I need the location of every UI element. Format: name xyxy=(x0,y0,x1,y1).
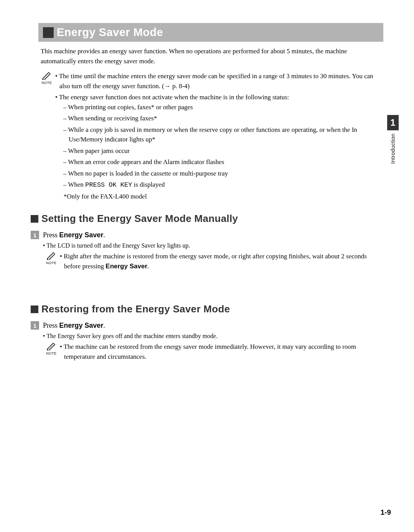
note1-footnote: *Only for the FAX-L400 model xyxy=(59,192,383,202)
note1-sub1: When printing out copies, faxes* or othe… xyxy=(59,102,383,112)
side-tab: 1 Introduction xyxy=(387,115,399,164)
section2-bullet: The Energy Saver key goes off and the ma… xyxy=(43,333,383,340)
note-content-1: The time until the machine enters the en… xyxy=(55,71,383,203)
note1-sub7: When PRESS OK KEY is displayed xyxy=(59,180,383,190)
note-label-3: NOTE xyxy=(43,351,60,355)
pencil-icon xyxy=(46,342,56,350)
intro-paragraph: This machine provides an energy saver fu… xyxy=(41,46,383,66)
note-label-2: NOTE xyxy=(43,261,60,265)
step-number-1: 1 xyxy=(31,231,39,239)
section2-step: 1 Press Energy Saver. xyxy=(31,321,383,330)
note-icon-col: NOTE xyxy=(38,71,55,85)
note1-sub2: When sending or receiving faxes* xyxy=(59,113,383,123)
title-bar-text: Energy Saver Mode xyxy=(57,26,163,39)
note1-item2: The energy saver function does not activ… xyxy=(55,92,383,201)
section1-note-content: Right after the machine is restored from… xyxy=(60,251,383,273)
note1-sub4: When paper jams occur xyxy=(59,146,383,156)
side-tab-label: Introduction xyxy=(390,133,396,164)
section1-step: 1 Press Energy Saver. xyxy=(31,231,383,239)
section1-note: NOTE Right after the machine is restored… xyxy=(43,251,383,273)
step-number-2: 1 xyxy=(31,321,39,330)
title-bar: Energy Saver Mode xyxy=(38,23,383,42)
section1-step-text: Press Energy Saver. xyxy=(43,231,105,239)
section-marker xyxy=(31,215,38,223)
note1-item1: The time until the machine enters the en… xyxy=(55,71,383,91)
section2-note: NOTE The machine can be restored from th… xyxy=(43,342,383,363)
section1-heading-text: Setting the Energy Saver Mode Manually xyxy=(41,213,238,225)
pencil-icon xyxy=(42,71,52,80)
side-tab-number: 1 xyxy=(387,115,399,130)
note1-sub6: When no paper is loaded in the cassette … xyxy=(59,169,383,179)
note1-sub3: While a copy job is saved in memory or w… xyxy=(59,125,383,144)
title-bar-marker xyxy=(43,27,54,38)
section-marker-2 xyxy=(31,305,38,313)
pencil-icon xyxy=(46,251,56,260)
section1-note-item: Right after the machine is restored from… xyxy=(60,251,383,271)
note-block-1: NOTE The time until the machine enters t… xyxy=(38,71,383,203)
note1-sub5: When an error code appears and the Alarm… xyxy=(59,157,383,167)
section2-note-item: The machine can be restored from the ene… xyxy=(60,342,383,361)
page-number: 1-9 xyxy=(381,508,391,517)
note-label: NOTE xyxy=(38,81,55,85)
section2-step-text: Press Energy Saver. xyxy=(43,322,105,330)
section1-heading: Setting the Energy Saver Mode Manually xyxy=(31,213,383,225)
section2-note-content: The machine can be restored from the ene… xyxy=(60,342,383,363)
page-content: Energy Saver Mode This machine provides … xyxy=(0,0,414,532)
note-icon-col-3: NOTE xyxy=(43,342,60,355)
section1-bullet: The LCD is turned off and the Energy Sav… xyxy=(43,242,383,249)
section2-heading: Restoring from the Energy Saver Mode xyxy=(31,303,383,315)
section2-heading-text: Restoring from the Energy Saver Mode xyxy=(41,303,230,315)
note-icon-col-2: NOTE xyxy=(43,251,60,265)
